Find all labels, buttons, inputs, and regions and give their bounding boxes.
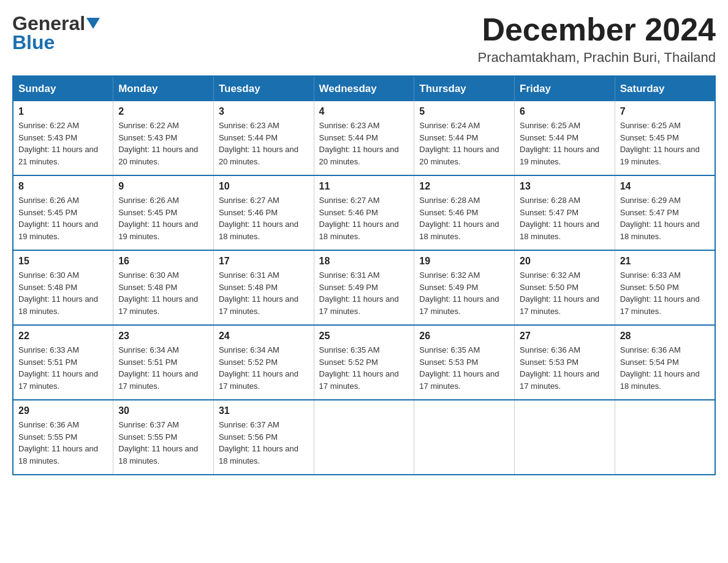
day-info: Sunrise: 6:33 AMSunset: 5:50 PMDaylight:… [620, 270, 700, 316]
day-number: 29 [18, 405, 108, 416]
calendar-cell: 30 Sunrise: 6:37 AMSunset: 5:55 PMDaylig… [113, 400, 214, 475]
day-number: 24 [219, 331, 309, 342]
calendar-cell [414, 400, 515, 475]
logo-blue: Blue [12, 31, 55, 54]
calendar-cell: 25 Sunrise: 6:35 AMSunset: 5:52 PMDaylig… [314, 325, 414, 400]
day-info: Sunrise: 6:25 AMSunset: 5:45 PMDaylight:… [620, 121, 700, 166]
day-number: 5 [419, 106, 509, 117]
calendar-cell: 28 Sunrise: 6:36 AMSunset: 5:54 PMDaylig… [615, 325, 715, 400]
day-number: 23 [118, 331, 208, 342]
location: Prachamtakham, Prachin Buri, Thailand [478, 50, 716, 66]
day-number: 25 [319, 331, 409, 342]
day-info: Sunrise: 6:26 AMSunset: 5:45 PMDaylight:… [18, 196, 98, 241]
day-info: Sunrise: 6:32 AMSunset: 5:49 PMDaylight:… [419, 270, 499, 316]
day-number: 15 [18, 256, 108, 267]
day-number: 31 [219, 405, 309, 416]
day-number: 8 [18, 181, 108, 192]
calendar-cell: 31 Sunrise: 6:37 AMSunset: 5:56 PMDaylig… [213, 400, 314, 475]
column-header-saturday: Saturday [615, 76, 715, 101]
day-number: 17 [219, 256, 309, 267]
day-number: 28 [620, 331, 710, 342]
day-number: 20 [520, 256, 610, 267]
calendar-cell: 4 Sunrise: 6:23 AMSunset: 5:44 PMDayligh… [314, 101, 414, 175]
day-info: Sunrise: 6:33 AMSunset: 5:51 PMDaylight:… [18, 345, 98, 391]
calendar-cell: 7 Sunrise: 6:25 AMSunset: 5:45 PMDayligh… [615, 101, 715, 175]
calendar-cell: 6 Sunrise: 6:25 AMSunset: 5:44 PMDayligh… [515, 101, 615, 175]
day-info: Sunrise: 6:36 AMSunset: 5:53 PMDaylight:… [520, 345, 599, 391]
day-info: Sunrise: 6:37 AMSunset: 5:55 PMDaylight:… [118, 420, 198, 465]
day-number: 10 [219, 181, 309, 192]
calendar-cell: 18 Sunrise: 6:31 AMSunset: 5:49 PMDaylig… [314, 250, 414, 325]
day-number: 2 [118, 106, 208, 117]
day-info: Sunrise: 6:27 AMSunset: 5:46 PMDaylight:… [319, 196, 399, 241]
calendar-cell: 17 Sunrise: 6:31 AMSunset: 5:48 PMDaylig… [213, 250, 314, 325]
day-number: 7 [620, 106, 710, 117]
calendar-cell: 11 Sunrise: 6:27 AMSunset: 5:46 PMDaylig… [314, 175, 414, 250]
day-info: Sunrise: 6:36 AMSunset: 5:54 PMDaylight:… [620, 345, 700, 391]
calendar-cell: 24 Sunrise: 6:34 AMSunset: 5:52 PMDaylig… [213, 325, 314, 400]
calendar-cell: 21 Sunrise: 6:33 AMSunset: 5:50 PMDaylig… [615, 250, 715, 325]
day-info: Sunrise: 6:29 AMSunset: 5:47 PMDaylight:… [620, 196, 700, 241]
day-number: 4 [319, 106, 409, 117]
calendar-cell: 23 Sunrise: 6:34 AMSunset: 5:51 PMDaylig… [113, 325, 214, 400]
svg-marker-0 [86, 18, 100, 29]
column-header-tuesday: Tuesday [213, 76, 314, 101]
calendar-cell [515, 400, 615, 475]
calendar-cell [314, 400, 414, 475]
calendar-cell [615, 400, 715, 475]
calendar-cell: 12 Sunrise: 6:28 AMSunset: 5:46 PMDaylig… [414, 175, 515, 250]
logo: General Blue [12, 12, 100, 54]
calendar-cell: 9 Sunrise: 6:26 AMSunset: 5:45 PMDayligh… [113, 175, 214, 250]
day-info: Sunrise: 6:37 AMSunset: 5:56 PMDaylight:… [219, 420, 298, 465]
calendar-cell: 8 Sunrise: 6:26 AMSunset: 5:45 PMDayligh… [13, 175, 113, 250]
day-info: Sunrise: 6:23 AMSunset: 5:44 PMDaylight:… [219, 121, 298, 166]
day-info: Sunrise: 6:26 AMSunset: 5:45 PMDaylight:… [118, 196, 198, 241]
calendar-cell: 14 Sunrise: 6:29 AMSunset: 5:47 PMDaylig… [615, 175, 715, 250]
day-info: Sunrise: 6:34 AMSunset: 5:52 PMDaylight:… [219, 345, 298, 391]
day-number: 13 [520, 181, 610, 192]
day-number: 21 [620, 256, 710, 267]
calendar-cell: 27 Sunrise: 6:36 AMSunset: 5:53 PMDaylig… [515, 325, 615, 400]
day-number: 14 [620, 181, 710, 192]
day-info: Sunrise: 6:25 AMSunset: 5:44 PMDaylight:… [520, 121, 599, 166]
day-info: Sunrise: 6:34 AMSunset: 5:51 PMDaylight:… [118, 345, 198, 391]
day-info: Sunrise: 6:28 AMSunset: 5:47 PMDaylight:… [520, 196, 599, 241]
calendar-cell: 2 Sunrise: 6:22 AMSunset: 5:43 PMDayligh… [113, 101, 214, 175]
day-number: 27 [520, 331, 610, 342]
calendar-cell: 26 Sunrise: 6:35 AMSunset: 5:53 PMDaylig… [414, 325, 515, 400]
calendar-cell: 1 Sunrise: 6:22 AMSunset: 5:43 PMDayligh… [13, 101, 113, 175]
day-info: Sunrise: 6:22 AMSunset: 5:43 PMDaylight:… [118, 121, 198, 166]
day-info: Sunrise: 6:36 AMSunset: 5:55 PMDaylight:… [18, 420, 98, 465]
calendar-table: SundayMondayTuesdayWednesdayThursdayFrid… [12, 75, 716, 475]
calendar-cell: 15 Sunrise: 6:30 AMSunset: 5:48 PMDaylig… [13, 250, 113, 325]
day-number: 11 [319, 181, 409, 192]
week-row-2: 8 Sunrise: 6:26 AMSunset: 5:45 PMDayligh… [13, 175, 715, 250]
calendar-cell: 13 Sunrise: 6:28 AMSunset: 5:47 PMDaylig… [515, 175, 615, 250]
week-row-4: 22 Sunrise: 6:33 AMSunset: 5:51 PMDaylig… [13, 325, 715, 400]
day-info: Sunrise: 6:30 AMSunset: 5:48 PMDaylight:… [18, 270, 98, 316]
day-number: 1 [18, 106, 108, 117]
column-header-thursday: Thursday [414, 76, 515, 101]
day-number: 3 [219, 106, 309, 117]
day-number: 6 [520, 106, 610, 117]
day-info: Sunrise: 6:23 AMSunset: 5:44 PMDaylight:… [319, 121, 399, 166]
day-info: Sunrise: 6:22 AMSunset: 5:43 PMDaylight:… [18, 121, 98, 166]
calendar-cell: 10 Sunrise: 6:27 AMSunset: 5:46 PMDaylig… [213, 175, 314, 250]
day-info: Sunrise: 6:31 AMSunset: 5:49 PMDaylight:… [319, 270, 399, 316]
page-header: General Blue December 2024 Prachamtakham… [12, 12, 716, 66]
day-info: Sunrise: 6:30 AMSunset: 5:48 PMDaylight:… [118, 270, 198, 316]
calendar-cell: 19 Sunrise: 6:32 AMSunset: 5:49 PMDaylig… [414, 250, 515, 325]
week-row-5: 29 Sunrise: 6:36 AMSunset: 5:55 PMDaylig… [13, 400, 715, 475]
column-header-wednesday: Wednesday [314, 76, 414, 101]
calendar-header-row: SundayMondayTuesdayWednesdayThursdayFrid… [13, 76, 715, 101]
day-info: Sunrise: 6:35 AMSunset: 5:52 PMDaylight:… [319, 345, 399, 391]
calendar-cell: 22 Sunrise: 6:33 AMSunset: 5:51 PMDaylig… [13, 325, 113, 400]
day-number: 22 [18, 331, 108, 342]
calendar-cell: 29 Sunrise: 6:36 AMSunset: 5:55 PMDaylig… [13, 400, 113, 475]
day-info: Sunrise: 6:32 AMSunset: 5:50 PMDaylight:… [520, 270, 599, 316]
month-title: December 2024 [478, 12, 716, 47]
day-number: 18 [319, 256, 409, 267]
calendar-cell: 5 Sunrise: 6:24 AMSunset: 5:44 PMDayligh… [414, 101, 515, 175]
calendar-cell: 20 Sunrise: 6:32 AMSunset: 5:50 PMDaylig… [515, 250, 615, 325]
day-info: Sunrise: 6:27 AMSunset: 5:46 PMDaylight:… [219, 196, 298, 241]
